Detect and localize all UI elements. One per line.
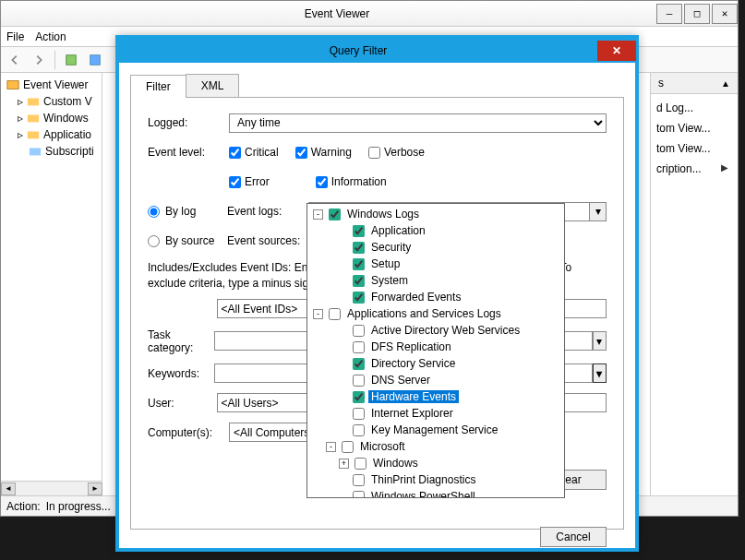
tree-checkbox[interactable]: [353, 242, 365, 254]
tree-node-label[interactable]: DNS Server: [368, 374, 433, 387]
tree-node[interactable]: System: [309, 272, 562, 289]
tree-node[interactable]: Application: [309, 222, 562, 239]
svg-rect-2: [7, 81, 18, 89]
tree-node-label[interactable]: Windows: [370, 457, 421, 470]
menu-action[interactable]: Action: [35, 30, 66, 43]
collapse-icon[interactable]: -: [326, 442, 336, 452]
information-checkbox[interactable]: [316, 176, 328, 188]
tree-node[interactable]: Internet Explorer: [309, 405, 562, 422]
tree-node[interactable]: Active Directory Web Services: [309, 322, 562, 339]
tree-checkbox[interactable]: [342, 441, 354, 453]
tree-node[interactable]: -Windows Logs: [309, 206, 562, 222]
tree-checkbox[interactable]: [329, 308, 341, 320]
tree-item[interactable]: ▹Windows: [5, 110, 98, 126]
warning-checkbox[interactable]: [295, 147, 307, 159]
tab-filter[interactable]: Filter: [130, 75, 186, 98]
tree-node-label[interactable]: System: [368, 274, 411, 287]
tree-checkbox[interactable]: [353, 391, 365, 403]
tree-node-label[interactable]: Windows PowerShell: [368, 490, 478, 498]
tree-item[interactable]: Subscripti: [5, 143, 98, 160]
tree-node[interactable]: -Microsoft: [309, 438, 562, 455]
tree-node[interactable]: Directory Service: [309, 355, 562, 372]
tree-item[interactable]: ▹Custom V: [5, 93, 98, 110]
close-button[interactable]: ✕: [712, 4, 738, 24]
tree-node-label[interactable]: ThinPrint Diagnostics: [368, 473, 478, 486]
tree-node[interactable]: -Applications and Services Logs: [309, 305, 562, 322]
tree-node[interactable]: Security: [309, 239, 562, 256]
action-item[interactable]: d Log...: [655, 98, 734, 118]
tree-node-label[interactable]: Security: [368, 241, 414, 254]
action-item[interactable]: tom View...: [655, 118, 734, 138]
by-log-radio[interactable]: [148, 206, 160, 218]
keywords-dropdown-button[interactable]: ▾: [593, 363, 607, 383]
tree-checkbox[interactable]: [353, 474, 365, 486]
tree-node-label[interactable]: Applications and Services Logs: [344, 307, 504, 320]
computers-label: Computer(s):: [148, 426, 229, 439]
back-button[interactable]: [5, 50, 25, 70]
tree-node-label[interactable]: Key Management Service: [368, 423, 500, 436]
tree-node-label[interactable]: Application: [368, 224, 428, 237]
tree-node[interactable]: ThinPrint Diagnostics: [309, 471, 562, 488]
tree-checkbox[interactable]: [353, 275, 365, 287]
event-logs-tree-dropdown[interactable]: -Windows LogsApplicationSecuritySetupSys…: [306, 203, 565, 498]
verbose-checkbox[interactable]: [368, 147, 380, 159]
scroll-left-button[interactable]: ◄: [1, 483, 16, 495]
tree-node-label[interactable]: Directory Service: [368, 357, 458, 370]
minimize-button[interactable]: —: [656, 4, 682, 24]
tree-node-label[interactable]: Windows Logs: [344, 208, 422, 220]
task-category-dropdown-button[interactable]: ▾: [593, 331, 607, 351]
forward-button[interactable]: [29, 50, 49, 70]
dialog-close-button[interactable]: ✕: [597, 41, 636, 61]
cancel-button[interactable]: Cancel: [540, 527, 607, 547]
tree-checkbox[interactable]: [353, 424, 365, 436]
tree-checkbox[interactable]: [353, 375, 365, 387]
tree-checkbox[interactable]: [353, 325, 365, 337]
tree-node[interactable]: Forwarded Events: [309, 289, 562, 305]
main-titlebar[interactable]: Event Viewer — □ ✕: [1, 1, 738, 27]
tree-checkbox[interactable]: [353, 408, 365, 420]
tree-checkbox[interactable]: [353, 258, 365, 270]
tree-checkbox[interactable]: [353, 341, 365, 353]
tree-checkbox[interactable]: [353, 491, 365, 499]
collapse-icon[interactable]: -: [313, 209, 323, 220]
tree-checkbox[interactable]: [354, 458, 366, 470]
tree-node-label[interactable]: Microsoft: [357, 440, 408, 453]
navigation-tree[interactable]: Event Viewer ▹Custom V ▹Windows ▹Applica…: [1, 73, 102, 495]
error-checkbox[interactable]: [229, 176, 241, 188]
tree-item[interactable]: ▹Applicatio: [5, 126, 98, 143]
expand-icon[interactable]: +: [339, 459, 349, 469]
event-logs-dropdown-button[interactable]: ▾: [590, 202, 607, 221]
tree-node[interactable]: Setup: [309, 256, 562, 272]
tree-checkbox[interactable]: [353, 292, 365, 304]
tree-checkbox[interactable]: [329, 209, 341, 220]
tree-node[interactable]: DNS Server: [309, 372, 562, 388]
tree-node-label[interactable]: Internet Explorer: [368, 407, 456, 420]
logged-select[interactable]: Any time: [229, 113, 607, 133]
tree-node[interactable]: Hardware Events: [309, 388, 562, 405]
by-source-radio[interactable]: [148, 235, 160, 247]
tree-node-label[interactable]: Forwarded Events: [368, 291, 463, 304]
toolbar-icon-2[interactable]: [85, 50, 105, 70]
maximize-button[interactable]: □: [684, 4, 710, 24]
horizontal-scrollbar[interactable]: ◄ ►: [1, 481, 102, 495]
action-item[interactable]: tom View...: [655, 138, 734, 159]
critical-checkbox[interactable]: [229, 147, 241, 159]
tree-checkbox[interactable]: [353, 358, 365, 370]
toolbar-icon-1[interactable]: [61, 50, 81, 70]
collapse-icon[interactable]: -: [313, 309, 323, 319]
tree-root[interactable]: Event Viewer: [5, 77, 98, 93]
tree-checkbox[interactable]: [353, 225, 365, 237]
tree-node-label[interactable]: Hardware Events: [368, 390, 459, 403]
tree-node-label[interactable]: DFS Replication: [368, 340, 454, 353]
tree-node[interactable]: Windows PowerShell: [309, 488, 562, 498]
dialog-titlebar[interactable]: Query Filter ✕: [119, 39, 635, 63]
tree-node[interactable]: +Windows: [309, 455, 562, 471]
tab-xml[interactable]: XML: [186, 74, 240, 97]
tree-node[interactable]: Key Management Service: [309, 422, 562, 438]
tree-node-label[interactable]: Setup: [368, 257, 403, 270]
tree-node[interactable]: DFS Replication: [309, 339, 562, 355]
menu-file[interactable]: File: [6, 30, 24, 43]
tree-node-label[interactable]: Active Directory Web Services: [368, 324, 523, 337]
scroll-right-button[interactable]: ►: [88, 483, 102, 495]
action-item[interactable]: cription...▶: [655, 159, 734, 179]
